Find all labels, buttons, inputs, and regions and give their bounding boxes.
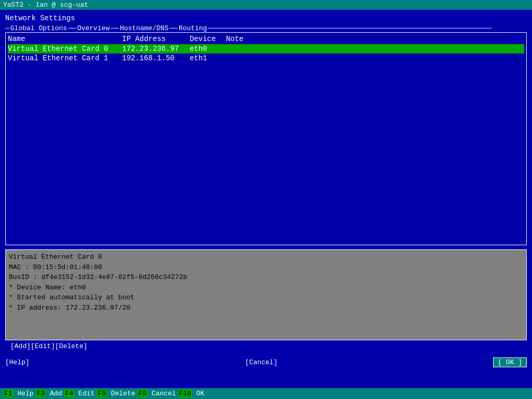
- detail-panel: Virtual Ethernet Card 0 MAC : 00:15:5d:0…: [5, 249, 527, 340]
- delete-button[interactable]: [Delete]: [55, 342, 87, 350]
- detail-item0: * Device Name: eth0: [9, 283, 523, 293]
- table-row[interactable]: Virtual Ethernet Card 0 172.23.236.97 et…: [8, 44, 524, 54]
- row0-device: eth0: [190, 45, 226, 53]
- fkey-f9[interactable]: F9 Cancel: [137, 390, 176, 397]
- detail-mac: MAC : 00:15:5d:01:48:00: [9, 262, 523, 273]
- title-text: YaST2 - lan @ scg-uat: [3, 1, 88, 9]
- tab-global-options[interactable]: Global Options: [9, 24, 68, 32]
- detail-busid: BusID : df4e3152-1d32-4e87-82f5-6d266c34…: [9, 272, 523, 283]
- col-header-name: Name: [8, 35, 122, 43]
- detail-item1: * Started automatically at boot: [9, 292, 523, 303]
- detail-item2: * IP address: 172.23.236.97/20: [9, 303, 523, 313]
- status-bar: [Help] [Cancel] [ OK ]: [0, 356, 532, 368]
- list-header: Name IP Address Device Note: [8, 35, 524, 44]
- row0-ip: 172.23.236.97: [122, 45, 190, 53]
- mac-label: MAC :: [9, 263, 29, 271]
- col-header-note: Note: [226, 35, 524, 43]
- row1-device: eth1: [190, 54, 226, 62]
- fkey-f3[interactable]: F3 Add: [36, 390, 62, 397]
- network-list-panel: Name IP Address Device Note Virtual Ethe…: [5, 32, 527, 245]
- fkey-f1[interactable]: F1 Help: [3, 390, 34, 397]
- row0-note: [226, 45, 524, 53]
- col-header-ip: IP Address: [122, 35, 190, 43]
- mac-value: 00:15:5d:01:48:00: [33, 263, 102, 271]
- edit-button[interactable]: [Edit]: [31, 342, 55, 350]
- fkey-bar: F1 Help F3 Add F4 Edit F5 Delete F9 Canc…: [0, 388, 532, 399]
- tab-overview[interactable]: Overview: [76, 24, 111, 32]
- detail-title: Virtual Ethernet Card 0: [9, 252, 523, 262]
- tab-hostname-dns[interactable]: Hostname/DNS: [119, 24, 170, 32]
- row1-name: Virtual Ethernet Card 1: [8, 54, 122, 62]
- row1-note: [226, 54, 524, 62]
- title-bar: YaST2 - lan @ scg-uat: [0, 0, 532, 10]
- page-title: Network Settings: [5, 14, 527, 22]
- table-row[interactable]: Virtual Ethernet Card 1 192.168.1.50 eth…: [8, 54, 524, 63]
- fkey-f5[interactable]: F5 Delete: [97, 390, 135, 397]
- help-button[interactable]: [Help]: [5, 358, 30, 366]
- tab-routing[interactable]: Routing: [178, 24, 208, 32]
- col-header-device: Device: [190, 35, 226, 43]
- action-bar: [Add][Edit][Delete]: [5, 340, 527, 352]
- busid-label: BusID :: [9, 273, 37, 281]
- fkey-f10[interactable]: F10 OK: [178, 390, 205, 397]
- tabs: ─ Global Options ── Overview ── Hostname…: [5, 24, 527, 32]
- add-button[interactable]: [Add]: [10, 342, 31, 350]
- busid-value: df4e3152-1d32-4e87-82f5-6d266c34272b: [41, 273, 187, 281]
- main-content: Network Settings ─ Global Options ── Ove…: [0, 10, 532, 356]
- fkey-f4[interactable]: F4 Edit: [64, 390, 95, 397]
- cancel-button[interactable]: [Cancel]: [245, 358, 277, 366]
- row1-ip: 192.168.1.50: [122, 54, 190, 62]
- row0-name: Virtual Ethernet Card 0: [8, 45, 122, 53]
- ok-button[interactable]: [ OK ]: [493, 357, 527, 367]
